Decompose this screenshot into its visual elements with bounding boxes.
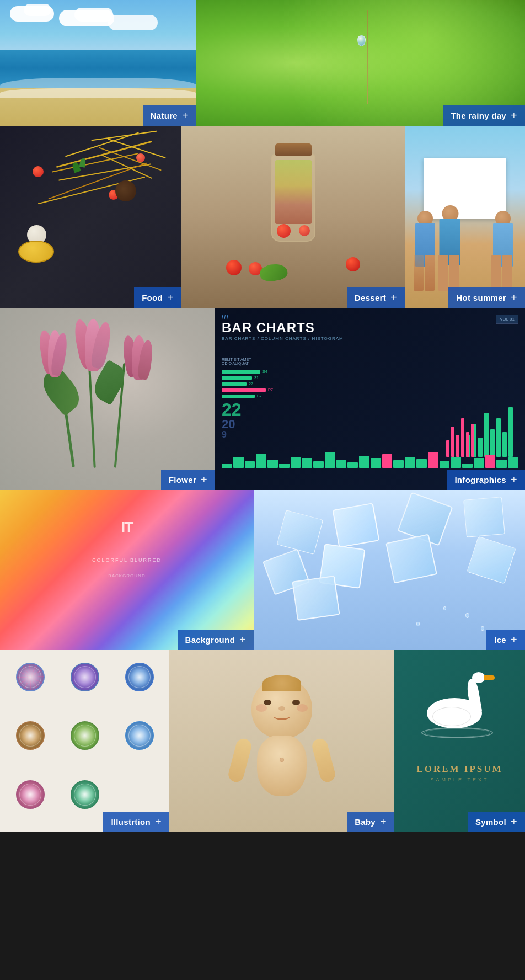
ice-label-text: Ice [494, 635, 506, 645]
tile-label-ice[interactable]: Ice + [486, 630, 525, 650]
droplet1 [416, 622, 420, 626]
tomato3 [136, 153, 145, 162]
illustration-plus: + [155, 816, 162, 828]
mandala-6-inner [128, 725, 151, 747]
tulip3 [119, 335, 157, 396]
tile-label-illustration[interactable]: Illustrtion + [103, 812, 169, 832]
leg2b [449, 255, 459, 291]
row-2: Food + Dessert [0, 126, 525, 308]
leg3a [491, 255, 501, 291]
wb12 [347, 462, 358, 468]
hbar3-val: 27 [249, 382, 253, 386]
tile-illustration[interactable]: Premier Sed ut ametOdio aliquat Secondar… [0, 650, 169, 832]
row-5: Premier Sed ut ametOdio aliquat Secondar… [0, 650, 525, 832]
wb6 [279, 464, 290, 468]
flower-label-text: Flower [169, 475, 196, 484]
rain-stem [367, 10, 368, 104]
wb7 [291, 457, 301, 468]
mandala-1-petals [17, 664, 44, 690]
swan-container [416, 678, 504, 738]
swan-beak [484, 675, 495, 680]
tile-label-infographics[interactable]: Infographics + [447, 470, 525, 490]
tile-symbol[interactable]: LOREM IPSUM SAMPLE TEXT Symbol + [394, 650, 525, 832]
tile-ice[interactable]: Ice + [254, 490, 525, 650]
tile-label-food[interactable]: Food + [134, 287, 181, 308]
background-plus: + [239, 633, 246, 646]
nose [278, 706, 285, 711]
leg1a [414, 255, 424, 291]
wb22 [462, 464, 473, 468]
droplet3 [465, 613, 469, 618]
wb20 [440, 461, 450, 468]
wb16 [393, 460, 404, 468]
tile-flower[interactable]: Flower + [0, 308, 215, 490]
wb5 [267, 460, 278, 468]
tile-summer[interactable]: Hot summer + [405, 126, 525, 308]
tulip2 [71, 319, 115, 391]
baby-figure [227, 667, 337, 832]
belly-button [280, 758, 284, 762]
tile-label-flower[interactable]: Flower + [161, 470, 215, 490]
person3 [489, 211, 519, 294]
mandala-6 [125, 721, 154, 750]
wb15 [382, 454, 393, 468]
mandala-8-inner [74, 784, 96, 806]
cheek-right [297, 704, 308, 712]
symbol-title-text: LOREM IPSUM [394, 764, 525, 775]
person2 [435, 205, 465, 294]
tomato-table3 [346, 257, 360, 271]
hair [262, 675, 301, 691]
tile-infographics[interactable]: /// BAR CHARTS BAR CHARTS / COLUMN CHART… [215, 308, 525, 490]
cloud-5 [108, 15, 158, 30]
inf-header-stripes: /// [222, 315, 518, 320]
tile-label-summer[interactable]: Hot summer + [448, 287, 525, 308]
hbar4-val: R7 [268, 388, 273, 392]
tomato-jar2 [299, 225, 310, 236]
tile-label-background[interactable]: Background + [178, 630, 254, 650]
symbol-subtitle-text: SAMPLE TEXT [394, 777, 525, 782]
tile-label-nature[interactable]: Nature + [143, 105, 196, 126]
nest-inner [424, 728, 490, 737]
tile-food[interactable]: Food + [0, 126, 181, 308]
tile-label-symbol[interactable]: Symbol + [468, 812, 525, 832]
bg-icon-text: IT [121, 519, 133, 536]
mandala-1 [16, 663, 45, 691]
infographics-label-text: Infographics [454, 475, 506, 484]
wb17 [405, 457, 415, 468]
tile-dessert[interactable]: Dessert + [181, 126, 405, 308]
tile-label-rainy[interactable]: The rainy day + [443, 105, 525, 126]
baby-body [257, 736, 307, 796]
rainy-plus: + [511, 109, 517, 122]
illustration-label-text: Illustrtion [111, 817, 151, 827]
tile-rainy[interactable]: The rainy day + [196, 0, 525, 126]
leg2a [438, 255, 448, 291]
swan-wing [432, 707, 471, 726]
mushroom [115, 180, 136, 201]
background-label-text: Background [185, 635, 235, 645]
inf-wave-bars [222, 451, 518, 468]
tomato1 [33, 166, 44, 177]
tile-label-baby[interactable]: Baby + [347, 812, 394, 832]
wb2 [233, 457, 244, 468]
wb23 [474, 458, 484, 468]
flower-plus: + [201, 473, 207, 486]
symbol-text-area: LOREM IPSUM SAMPLE TEXT [394, 764, 525, 782]
inf-vol-badge: VOL 01 [496, 315, 518, 324]
tile-label-dessert[interactable]: Dessert + [347, 287, 405, 308]
tile-nature[interactable]: Nature + [0, 0, 196, 126]
wb24 [485, 455, 496, 468]
tile-baby[interactable]: Baby + [169, 650, 394, 832]
mandala-3-inner [128, 666, 151, 688]
summer-plus: + [511, 291, 517, 304]
inf-big-num2: 20 [222, 418, 299, 430]
hbar1 [222, 370, 260, 374]
mandala-3 [125, 663, 154, 691]
ice-plus: + [511, 633, 517, 646]
hbar5-row: B7 [222, 394, 299, 398]
wb13 [359, 456, 369, 468]
food-elements [0, 126, 181, 308]
jar-cork [275, 143, 312, 156]
hbar2-val: 31 [254, 376, 259, 380]
tile-background[interactable]: IT COLORFUL BLURRED BACKGROUND Backgroun… [0, 490, 254, 650]
tomato-jar1 [277, 224, 291, 238]
